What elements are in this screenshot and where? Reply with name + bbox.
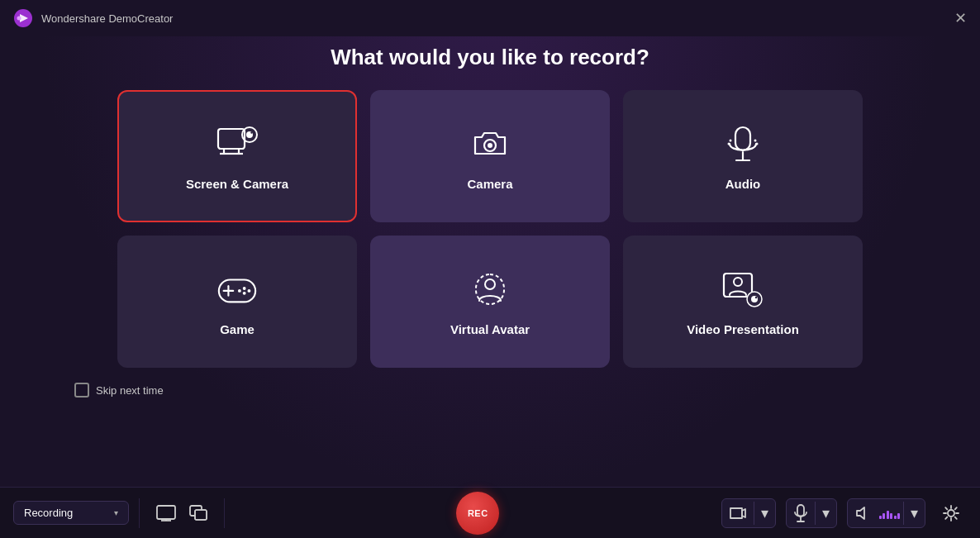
svg-rect-2 bbox=[218, 129, 245, 149]
option-virtual-avatar[interactable]: Virtual Avatar bbox=[370, 236, 610, 368]
volume-dropdown-button[interactable]: ▾ bbox=[904, 499, 925, 527]
option-video-presentation[interactable]: Video Presentation bbox=[623, 236, 863, 368]
svg-point-28 bbox=[734, 278, 742, 286]
virtual-avatar-label: Virtual Avatar bbox=[450, 322, 530, 336]
game-icon bbox=[216, 268, 259, 311]
camera-label: Camera bbox=[467, 177, 512, 191]
window-select-button[interactable] bbox=[183, 500, 214, 526]
svg-point-22 bbox=[248, 289, 251, 293]
svg-point-10 bbox=[488, 143, 492, 148]
svg-point-23 bbox=[243, 291, 246, 294]
svg-point-41 bbox=[948, 510, 954, 517]
screen-select-button[interactable] bbox=[150, 500, 183, 526]
toolbar-divider-2 bbox=[224, 498, 225, 528]
chevron-down-icon: ▾ bbox=[114, 508, 118, 517]
mic-dropdown-button[interactable]: ▾ bbox=[816, 499, 836, 527]
volume-chevron-icon: ▾ bbox=[911, 504, 918, 522]
option-audio[interactable]: Audio bbox=[623, 90, 863, 222]
rec-button[interactable]: REC bbox=[456, 492, 499, 535]
page-heading: What would you like to record? bbox=[331, 45, 649, 70]
virtual-avatar-icon bbox=[469, 268, 511, 311]
rec-label: REC bbox=[468, 508, 488, 518]
svg-point-26 bbox=[485, 279, 495, 289]
option-game[interactable]: Game bbox=[117, 236, 357, 368]
settings-button[interactable] bbox=[935, 499, 967, 527]
camera-dropdown-button[interactable]: ▾ bbox=[754, 499, 775, 527]
video-presentation-label: Video Presentation bbox=[687, 322, 799, 336]
mic-toggle-button[interactable] bbox=[787, 499, 815, 527]
audio-label: Audio bbox=[725, 177, 761, 191]
mic-group: ▾ bbox=[786, 498, 837, 528]
svg-rect-38 bbox=[797, 505, 804, 517]
options-grid: Screen & Camera Camera bbox=[117, 90, 863, 368]
svg-point-14 bbox=[730, 139, 732, 141]
skip-label: Skip next time bbox=[96, 384, 164, 397]
toolbar-right: ▾ ▾ bbox=[721, 498, 968, 528]
screen-camera-label: Screen & Camera bbox=[186, 177, 288, 191]
bottom-toolbar: Recording ▾ REC bbox=[0, 487, 980, 538]
svg-point-1 bbox=[17, 17, 21, 21]
mic-chevron-icon: ▾ bbox=[822, 504, 830, 522]
skip-row: Skip next time bbox=[50, 368, 930, 412]
sound-bars bbox=[879, 507, 901, 519]
game-label: Game bbox=[220, 322, 255, 336]
title-bar: Wondershare DemoCreator ✕ bbox=[0, 0, 980, 36]
skip-checkbox[interactable] bbox=[74, 383, 89, 398]
main-content: What would you like to record? Screen & bbox=[0, 36, 980, 412]
svg-point-21 bbox=[243, 287, 246, 290]
volume-group: ▾ bbox=[847, 498, 926, 528]
screen-camera-icon bbox=[216, 122, 259, 165]
recording-dropdown-label: Recording bbox=[24, 507, 109, 519]
app-title: Wondershare DemoCreator bbox=[41, 12, 173, 25]
option-camera[interactable]: Camera bbox=[370, 90, 610, 222]
volume-toggle-button[interactable] bbox=[848, 500, 879, 526]
svg-point-16 bbox=[754, 139, 757, 141]
option-screen-camera[interactable]: Screen & Camera bbox=[117, 90, 357, 222]
camera-group: ▾ bbox=[721, 498, 776, 528]
camera-chevron-icon: ▾ bbox=[761, 504, 768, 522]
video-presentation-icon bbox=[721, 268, 764, 311]
camera-toggle-button[interactable] bbox=[722, 501, 754, 526]
toolbar-divider-1 bbox=[139, 498, 140, 528]
svg-point-31 bbox=[755, 296, 757, 298]
svg-rect-36 bbox=[195, 510, 207, 520]
svg-point-24 bbox=[238, 289, 241, 293]
svg-point-17 bbox=[756, 142, 759, 145]
svg-point-15 bbox=[728, 142, 730, 145]
recording-dropdown[interactable]: Recording ▾ bbox=[13, 501, 129, 525]
svg-point-8 bbox=[250, 131, 252, 133]
svg-rect-11 bbox=[735, 127, 750, 150]
audio-icon bbox=[721, 122, 764, 165]
app-logo-icon bbox=[13, 8, 33, 28]
close-button[interactable]: ✕ bbox=[954, 11, 967, 26]
svg-rect-32 bbox=[157, 506, 175, 519]
camera-icon bbox=[469, 122, 511, 165]
